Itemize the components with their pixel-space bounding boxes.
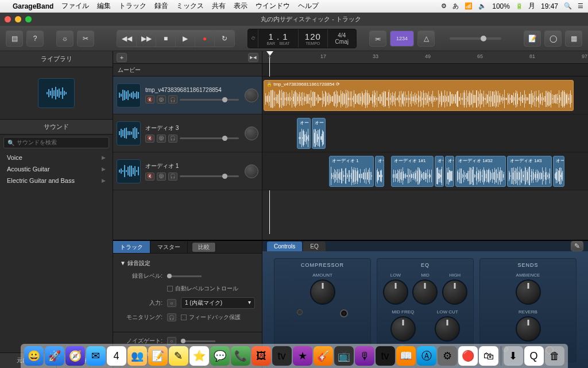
clock-day[interactable]: 月 [528,1,535,11]
track-lane-0[interactable]: 🔒 tmp_v4738396811861728854 ⟳ [262,76,588,114]
input-monitor-button[interactable]: ⓪ [157,135,166,143]
menu-mix[interactable]: ミックス [176,1,204,11]
menu-record[interactable]: 録音 [154,1,168,11]
dock-app-icon[interactable]: ★ [293,346,312,366]
section-power-switch[interactable] [297,309,303,315]
knob-ambience[interactable] [516,279,541,305]
pan-knob[interactable] [245,164,258,178]
knob-high[interactable] [442,279,467,305]
headphone-button[interactable]: 🎧 [168,135,177,143]
cycle-button[interactable]: ↻ [215,30,234,47]
knob-amount[interactable] [310,279,335,305]
pan-knob[interactable] [245,126,258,140]
track-lane-2[interactable]: オーディオ 1 オー オーディオ 1#1 オー オー オーディオ 1#32 オー… [262,152,588,190]
master-volume-slider[interactable] [450,37,501,40]
fullscreen-button[interactable] [25,16,32,22]
audio-clip[interactable]: オー [553,156,564,187]
close-button[interactable] [5,16,11,22]
dock-app-icon[interactable]: 😀 [24,346,44,366]
recording-section-label[interactable]: ▼ 録音設定 [120,259,255,267]
dock-app-icon[interactable]: 🎙 [355,346,374,366]
audio-clip[interactable]: 🔒 tmp_v4738396811861728854 ⟳ [264,80,574,111]
menu-window[interactable]: ウインドウ [256,1,290,11]
record-button[interactable]: ● [195,30,215,47]
count-in-button[interactable]: 1234 [390,30,414,47]
dock-app-icon[interactable]: ✉ [86,346,106,366]
track-lane-1[interactable]: オー オー [262,114,588,152]
menu-edit[interactable]: 編集 [97,1,111,11]
track-volume-slider[interactable] [180,175,239,177]
input-select[interactable]: 1 (内蔵マイク)▾ [181,297,255,309]
bar-ruler[interactable]: 1173349658197 [262,51,588,64]
menu-track[interactable]: トラック [119,1,146,11]
input-mono-button[interactable]: ○ [167,299,176,307]
category-voice[interactable]: Voice▶ [0,152,113,163]
knob-reverb[interactable] [516,316,541,342]
audio-clip[interactable]: オー [297,118,311,149]
clock-time[interactable]: 19:47 [541,2,558,10]
knob-mid[interactable] [412,279,438,305]
dock-app-icon[interactable]: tv [376,346,395,366]
track-header-2[interactable]: オーディオ 1 🔇 ⓪ 🎧 [113,152,262,190]
rewind-button[interactable]: ◀◀ [117,30,137,47]
dock-app-icon[interactable]: 🧭 [65,346,85,366]
siri-icon[interactable]: ☰ [578,2,583,10]
metronome-button[interactable]: △ [417,30,435,47]
dock-app-icon[interactable]: Q [524,346,544,366]
noisegate-slider[interactable] [181,340,215,342]
notepad-button[interactable]: 📝 [524,30,541,47]
tuner-button[interactable]: ⫘ [369,30,386,47]
mute-button[interactable]: 🔇 [145,95,154,103]
status-icon[interactable]: ⚙ [441,2,447,10]
mute-button[interactable]: 🔇 [145,172,154,181]
menu-help[interactable]: ヘルプ [298,1,319,11]
dock-app-icon[interactable]: ✎ [169,346,188,366]
dock-app-icon[interactable]: 📖 [396,346,416,366]
audio-clip[interactable]: オーディオ 1#1 [391,156,434,187]
track-header-1[interactable]: オーディオ 3 🔇 ⓪ 🎧 [113,114,262,152]
sound-search-input[interactable]: 🔍 サウンドを検索 [3,137,109,148]
minimize-button[interactable] [15,16,21,22]
feedback-checkbox[interactable]: フィードバック保護 [181,313,241,321]
inspector-tab-master[interactable]: マスター [150,241,188,253]
input-source-icon[interactable]: あ [452,2,459,10]
dock-app-icon[interactable]: 📞 [231,346,250,366]
smart-tab-eq[interactable]: EQ [303,241,325,251]
auto-level-checkbox[interactable]: 自動レベルコントロール [167,285,238,293]
play-button[interactable]: ▶ [176,30,195,47]
dock-app-icon[interactable]: 4 [107,346,126,366]
dock-app-icon[interactable]: ⚙ [438,346,457,366]
dock-app-icon[interactable]: 🗑 [545,346,564,366]
add-track-button[interactable]: + [117,53,127,62]
audio-clip[interactable]: オー [445,156,454,187]
quick-help-button[interactable]: ? [26,30,44,47]
media-browser-button[interactable]: ▦ [565,30,582,47]
menu-file[interactable]: ファイル [61,1,89,11]
audio-clip[interactable]: オーディオ 1 [329,156,374,187]
forward-button[interactable]: ▶▶ [137,30,156,47]
monitor-button[interactable]: 🎧 [167,313,176,321]
menu-view[interactable]: 表示 [234,1,247,11]
dock-app-icon[interactable]: Ⓐ [417,346,436,366]
inspector-compare-button[interactable]: 比較 [192,243,216,252]
lcd-display[interactable]: ⏱ 1 . 1 BAR BEAT 120 TEMPO 4/4 Cmaj [247,29,357,48]
smart-edit-button[interactable]: ✎ [571,241,583,251]
dock-app-icon[interactable]: 🔴 [458,346,478,366]
audio-clip[interactable]: オー [375,156,384,187]
category-acoustic-guitar[interactable]: Acoustic Guitar▶ [0,163,113,175]
dock-app-icon[interactable]: tv [272,346,292,366]
audio-clip[interactable]: オーディオ 1#3 [507,156,552,187]
knob-mid freq[interactable] [390,316,416,342]
inspector-tab-track[interactable]: トラック [113,241,150,253]
dock-app-icon[interactable]: 🛍 [479,346,498,366]
editors-button[interactable]: ✂ [77,30,94,47]
app-menu[interactable]: GarageBand [13,2,53,10]
dock-app-icon[interactable]: 📺 [334,346,354,366]
record-level-slider[interactable] [167,275,202,277]
battery-percent[interactable]: 100% [492,2,510,10]
dock-app-icon[interactable]: 🚀 [45,346,64,366]
arrange-timeline[interactable]: 1173349658197 🔒 tmp_v4738396811861728854… [262,51,588,240]
wifi-icon[interactable]: 📶 [465,2,473,10]
pan-knob[interactable] [245,89,258,102]
audio-clip[interactable]: オーディオ 1#32 [455,156,506,187]
